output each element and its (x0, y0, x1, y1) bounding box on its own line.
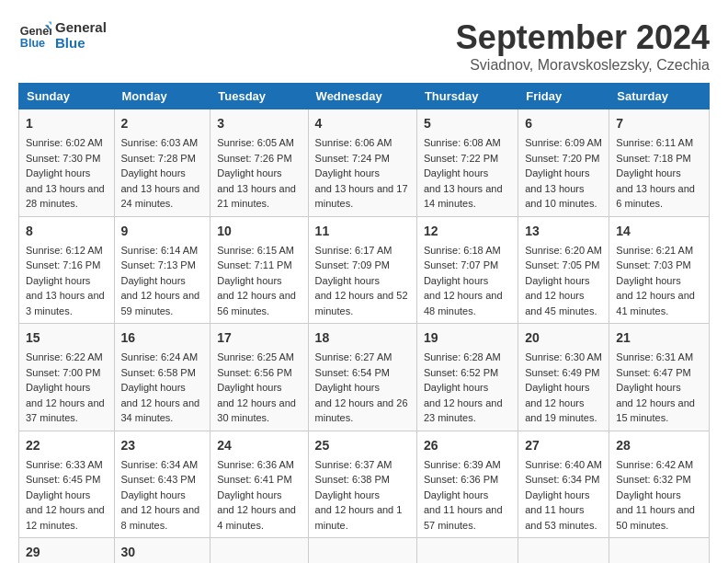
calendar-subtitle: Sviadnov, Moravskoslezsky, Czechia (456, 57, 710, 74)
daylight-duration: and 13 hours and 10 minutes. (525, 183, 597, 210)
daylight-duration: and 12 hours and 15 minutes. (616, 397, 695, 424)
calendar-cell: 4Sunrise: 6:06 AMSunset: 7:24 PMDaylight… (308, 109, 416, 217)
calendar-cell: 10Sunrise: 6:15 AMSunset: 7:11 PMDayligh… (210, 216, 308, 324)
day-number: 30 (121, 543, 204, 562)
sunrise-label: Sunrise: 6:22 AM (26, 351, 103, 362)
sunrise-label: Sunrise: 6:27 AM (315, 351, 392, 362)
daylight-label: Daylight hours (217, 275, 281, 286)
day-header-tuesday: Tuesday (210, 84, 308, 109)
day-number: 16 (121, 328, 204, 348)
sunset-label: Sunset: 6:41 PM (217, 474, 291, 485)
calendar-cell (210, 538, 308, 564)
sunrise-label: Sunrise: 6:21 AM (616, 245, 693, 256)
calendar-cell: 13Sunrise: 6:20 AMSunset: 7:05 PMDayligh… (518, 216, 609, 324)
day-number: 21 (616, 328, 702, 348)
daylight-duration: and 13 hours and 14 minutes. (424, 183, 503, 210)
calendar-cell: 29Sunrise: 6:43 AMSunset: 6:30 PMDayligh… (19, 538, 115, 564)
page-header: General Blue General Blue September 2024… (18, 18, 710, 74)
calendar-cell: 14Sunrise: 6:21 AMSunset: 7:03 PMDayligh… (609, 216, 710, 324)
sunset-label: Sunset: 7:28 PM (121, 153, 196, 164)
daylight-duration: and 12 hours and 34 minutes. (121, 397, 200, 424)
daylight-label: Daylight hours (315, 489, 380, 500)
daylight-label: Daylight hours (26, 382, 90, 393)
daylight-duration: and 13 hours and 6 minutes. (616, 183, 695, 210)
daylight-label: Daylight hours (217, 167, 281, 178)
sunrise-label: Sunrise: 6:09 AM (525, 137, 602, 148)
sunrise-label: Sunrise: 6:18 AM (424, 245, 501, 256)
calendar-cell: 11Sunrise: 6:17 AMSunset: 7:09 PMDayligh… (308, 216, 416, 324)
sunset-label: Sunset: 6:56 PM (217, 367, 291, 378)
sunrise-label: Sunrise: 6:37 AM (315, 459, 392, 470)
daylight-label: Daylight hours (26, 167, 90, 178)
daylight-duration: and 12 hours and 8 minutes. (121, 504, 200, 531)
sunset-label: Sunset: 7:07 PM (424, 259, 498, 270)
calendar-cell: 27Sunrise: 6:40 AMSunset: 6:34 PMDayligh… (518, 431, 609, 538)
daylight-duration: and 12 hours and 19 minutes. (525, 397, 597, 424)
daylight-duration: and 13 hours and 28 minutes. (26, 183, 105, 210)
day-number: 8 (26, 222, 108, 241)
day-number: 29 (26, 543, 108, 562)
daylight-duration: and 12 hours and 26 minutes. (315, 397, 408, 424)
sunrise-label: Sunrise: 6:05 AM (217, 137, 294, 148)
sunrise-label: Sunrise: 6:36 AM (217, 459, 294, 470)
logo-icon: General Blue (18, 18, 51, 52)
day-number: 23 (121, 436, 204, 455)
day-number: 28 (616, 436, 702, 455)
calendar-table: SundayMondayTuesdayWednesdayThursdayFrid… (18, 83, 710, 563)
calendar-cell: 21Sunrise: 6:31 AMSunset: 6:47 PMDayligh… (609, 324, 710, 431)
calendar-cell: 17Sunrise: 6:25 AMSunset: 6:56 PMDayligh… (210, 324, 308, 431)
calendar-cell: 2Sunrise: 6:03 AMSunset: 7:28 PMDaylight… (114, 109, 210, 217)
day-number: 25 (315, 436, 410, 455)
day-header-thursday: Thursday (416, 84, 518, 109)
calendar-cell: 18Sunrise: 6:27 AMSunset: 6:54 PMDayligh… (308, 324, 416, 431)
logo: General Blue General Blue (18, 18, 107, 52)
sunset-label: Sunset: 7:24 PM (315, 153, 390, 164)
sunset-label: Sunset: 6:38 PM (315, 474, 390, 485)
day-number: 18 (315, 328, 410, 348)
day-number: 17 (217, 328, 301, 348)
daylight-duration: and 11 hours and 53 minutes. (525, 504, 597, 531)
calendar-cell: 12Sunrise: 6:18 AMSunset: 7:07 PMDayligh… (416, 216, 518, 324)
sunset-label: Sunset: 6:58 PM (121, 367, 196, 378)
sunset-label: Sunset: 6:49 PM (525, 367, 599, 378)
calendar-cell: 3Sunrise: 6:05 AMSunset: 7:26 PMDaylight… (210, 109, 308, 217)
daylight-duration: and 12 hours and 48 minutes. (424, 290, 503, 316)
daylight-label: Daylight hours (121, 275, 186, 286)
daylight-duration: and 11 hours and 57 minutes. (424, 504, 503, 531)
sunset-label: Sunset: 6:32 PM (616, 474, 690, 485)
sunrise-label: Sunrise: 6:17 AM (315, 245, 392, 256)
daylight-label: Daylight hours (424, 382, 488, 393)
day-header-wednesday: Wednesday (308, 84, 416, 109)
sunrise-label: Sunrise: 6:03 AM (121, 137, 199, 148)
daylight-label: Daylight hours (525, 275, 589, 286)
logo-blue: Blue (55, 35, 107, 51)
calendar-cell (518, 538, 609, 564)
daylight-duration: and 11 hours and 50 minutes. (616, 504, 695, 531)
day-number: 11 (315, 222, 410, 241)
day-number: 4 (315, 114, 410, 133)
sunrise-label: Sunrise: 6:39 AM (424, 459, 501, 470)
day-number: 14 (616, 222, 702, 241)
day-number: 10 (217, 222, 301, 241)
calendar-week-3: 15Sunrise: 6:22 AMSunset: 7:00 PMDayligh… (19, 324, 710, 431)
daylight-duration: and 12 hours and 12 minutes. (26, 504, 105, 531)
day-number: 22 (26, 436, 108, 455)
calendar-cell (416, 538, 518, 564)
daylight-label: Daylight hours (424, 489, 488, 500)
sunset-label: Sunset: 6:52 PM (424, 367, 498, 378)
daylight-duration: and 12 hours and 52 minutes. (315, 290, 408, 316)
day-header-monday: Monday (114, 84, 210, 109)
daylight-label: Daylight hours (26, 275, 90, 286)
daylight-duration: and 13 hours and 3 minutes. (26, 290, 105, 316)
calendar-cell: 19Sunrise: 6:28 AMSunset: 6:52 PMDayligh… (416, 324, 518, 431)
sunrise-label: Sunrise: 6:34 AM (121, 459, 199, 470)
sunset-label: Sunset: 7:13 PM (121, 259, 196, 270)
day-number: 3 (217, 114, 301, 133)
calendar-cell: 16Sunrise: 6:24 AMSunset: 6:58 PMDayligh… (114, 324, 210, 431)
calendar-cell: 6Sunrise: 6:09 AMSunset: 7:20 PMDaylight… (518, 109, 609, 217)
sunset-label: Sunset: 7:03 PM (616, 259, 690, 270)
daylight-duration: and 12 hours and 56 minutes. (217, 290, 296, 316)
day-number: 2 (121, 114, 204, 133)
day-header-friday: Friday (518, 84, 609, 109)
day-number: 1 (26, 114, 108, 133)
